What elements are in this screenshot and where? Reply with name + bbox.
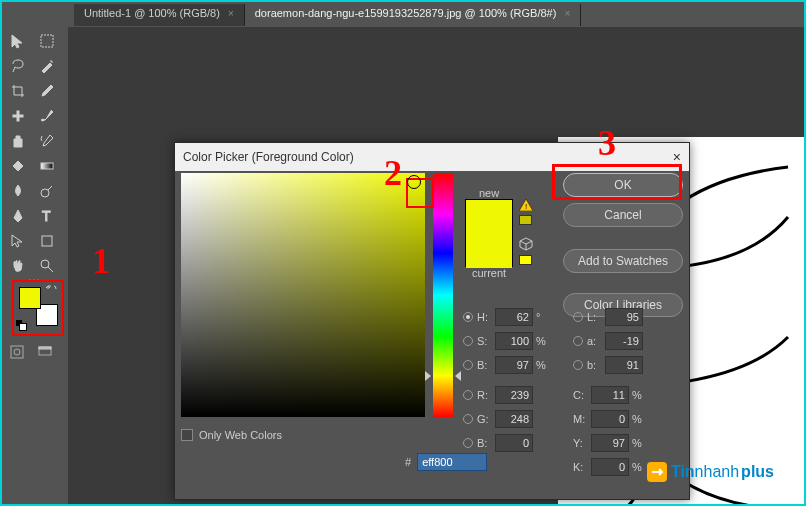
radio-h[interactable] [463, 312, 473, 322]
label-b: B: [477, 359, 495, 371]
pen-tool[interactable] [4, 204, 32, 228]
watermark-text2: nhanh [695, 463, 740, 481]
websafe-color-chip[interactable] [519, 255, 532, 265]
dialog-title: Color Picker (Foreground Color) [183, 150, 354, 164]
marquee-tool[interactable] [33, 29, 61, 53]
color-warnings: ! [519, 199, 533, 265]
crop-tool[interactable] [4, 79, 32, 103]
unit-pct: % [536, 359, 550, 371]
radio-b[interactable] [463, 360, 473, 370]
label-g: G: [477, 413, 495, 425]
label-s: S: [477, 335, 495, 347]
input-c[interactable] [591, 386, 629, 404]
gamut-color-chip[interactable] [519, 215, 532, 225]
cancel-button[interactable]: Cancel [563, 203, 683, 227]
new-current-block: new current [465, 187, 513, 279]
unit-pct: % [632, 413, 646, 425]
input-bl[interactable] [605, 356, 643, 374]
unit-pct: % [632, 437, 646, 449]
default-colors-icon[interactable] [16, 320, 28, 332]
radio-a[interactable] [573, 336, 583, 346]
type-tool[interactable]: T [33, 204, 61, 228]
input-y[interactable] [591, 434, 629, 452]
document-tabs: Untitled-1 @ 100% (RGB/8)× doraemon-dang… [74, 4, 581, 26]
label-k: K: [573, 461, 591, 473]
gradient-tool[interactable] [33, 154, 61, 178]
move-tool[interactable] [4, 29, 32, 53]
unit-pct: % [536, 335, 550, 347]
screenmode-icon[interactable] [34, 342, 56, 362]
eraser-tool[interactable] [4, 154, 32, 178]
input-bc[interactable] [495, 434, 533, 452]
color-field[interactable] [181, 173, 425, 417]
svg-point-7 [41, 260, 49, 268]
wand-tool[interactable] [33, 54, 61, 78]
path-select-tool[interactable] [4, 229, 32, 253]
quickmask-icon[interactable] [6, 342, 28, 362]
websafe-warning-icon[interactable] [519, 237, 533, 251]
close-icon[interactable]: × [228, 8, 234, 19]
label-l: L: [587, 311, 605, 323]
brush-tool[interactable] [33, 104, 61, 128]
add-to-swatches-button[interactable]: Add to Swatches [563, 249, 683, 273]
foreground-color-swatch[interactable] [19, 287, 41, 309]
label-bc: B: [477, 437, 495, 449]
radio-g[interactable] [463, 414, 473, 424]
only-web-checkbox[interactable] [181, 429, 193, 441]
gamut-warning-icon[interactable]: ! [519, 199, 533, 211]
hue-slider[interactable] [433, 173, 453, 417]
current-color[interactable] [466, 234, 512, 268]
radio-l[interactable] [573, 312, 583, 322]
input-l[interactable] [605, 308, 643, 326]
watermark: Tin nhanh plus [647, 462, 774, 482]
hex-input[interactable] [417, 453, 487, 471]
new-color [466, 200, 512, 234]
svg-rect-11 [39, 347, 51, 349]
svg-point-4 [41, 189, 49, 197]
annotation-3: 3 [598, 122, 616, 164]
lasso-tool[interactable] [4, 54, 32, 78]
input-b[interactable] [495, 356, 533, 374]
tab-untitled[interactable]: Untitled-1 @ 100% (RGB/8)× [74, 4, 245, 26]
svg-text:!: ! [525, 202, 527, 211]
healing-tool[interactable] [4, 104, 32, 128]
unit-pct: % [632, 389, 646, 401]
tab-doraemon[interactable]: doraemon-dang-ngu-e1599193252879.jpg @ 1… [245, 4, 582, 26]
tab-label: doraemon-dang-ngu-e1599193252879.jpg @ 1… [255, 7, 557, 19]
radio-bl[interactable] [573, 360, 583, 370]
history-brush-tool[interactable] [33, 129, 61, 153]
label-bl: b: [587, 359, 605, 371]
input-g[interactable] [495, 410, 533, 428]
only-web-colors-row: Only Web Colors [181, 429, 282, 441]
annotation-box-3 [552, 164, 682, 200]
dodge-tool[interactable] [33, 179, 61, 203]
input-m[interactable] [591, 410, 629, 428]
svg-rect-3 [41, 163, 53, 169]
hue-pointer[interactable] [427, 371, 459, 381]
svg-rect-0 [41, 35, 53, 47]
swap-colors-icon[interactable] [46, 284, 58, 296]
svg-point-9 [14, 349, 20, 355]
color-picker-cursor[interactable] [407, 175, 421, 189]
input-r[interactable] [495, 386, 533, 404]
shape-tool[interactable] [33, 229, 61, 253]
only-web-label: Only Web Colors [199, 429, 282, 441]
close-icon[interactable]: × [564, 8, 570, 19]
blur-tool[interactable] [4, 179, 32, 203]
radio-bc[interactable] [463, 438, 473, 448]
input-h[interactable] [495, 308, 533, 326]
svg-text:T: T [42, 208, 51, 224]
eyedropper-tool[interactable] [33, 79, 61, 103]
close-icon[interactable]: × [673, 149, 681, 165]
input-a[interactable] [605, 332, 643, 350]
input-s[interactable] [495, 332, 533, 350]
input-k[interactable] [591, 458, 629, 476]
color-compare-swatch [465, 199, 513, 267]
label-h: H: [477, 311, 495, 323]
radio-r[interactable] [463, 390, 473, 400]
label-c: C: [573, 389, 591, 401]
radio-s[interactable] [463, 336, 473, 346]
clone-tool[interactable] [4, 129, 32, 153]
toolbox: T ••• [2, 27, 66, 291]
foreground-background-swatch[interactable] [12, 280, 64, 336]
